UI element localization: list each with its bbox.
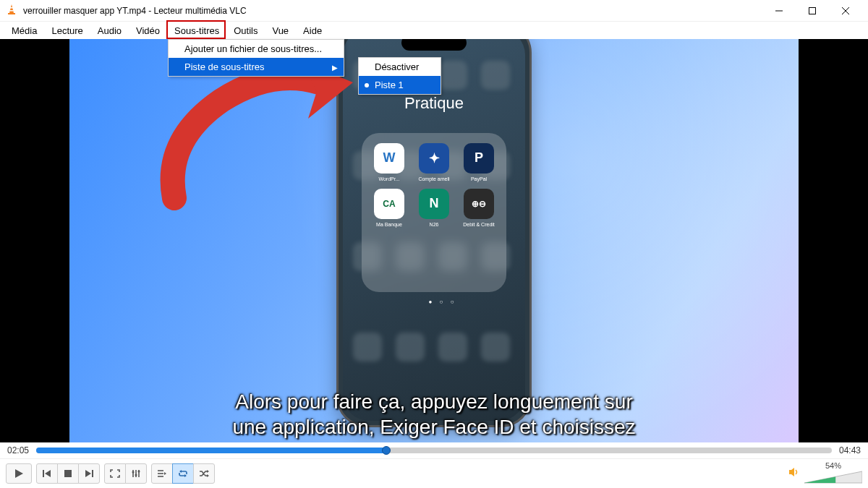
extended-settings-button[interactable] xyxy=(125,463,147,484)
menu-video[interactable]: Vidéo xyxy=(129,24,167,38)
menu-item[interactable]: Piste de sous-titres▶ xyxy=(169,58,344,76)
play-button[interactable] xyxy=(6,463,32,484)
speaker-icon[interactable] xyxy=(788,467,800,480)
maximize-button[interactable] xyxy=(796,0,829,22)
volume-slider[interactable] xyxy=(804,470,862,486)
svg-point-20 xyxy=(138,470,140,472)
menu-soustitres[interactable]: Sous-titres xyxy=(167,24,226,38)
next-button[interactable] xyxy=(78,463,100,484)
svg-marker-24 xyxy=(164,472,166,475)
svg-marker-26 xyxy=(184,474,187,477)
svg-marker-28 xyxy=(207,474,209,477)
red-arrow-annotation xyxy=(156,61,366,220)
app-folder: WWordPr...✦Compte ameliPPayPalCAMa Banqu… xyxy=(362,133,506,292)
playlist-button[interactable] xyxy=(151,463,173,484)
svg-marker-13 xyxy=(85,470,91,477)
fullscreen-button[interactable] xyxy=(104,463,126,484)
stop-button[interactable] xyxy=(57,463,79,484)
subtitle-track-submenu: DésactiverPiste 1 xyxy=(358,57,441,95)
volume-percent: 54% xyxy=(825,461,841,470)
menu-audio[interactable]: Audio xyxy=(90,24,129,38)
time-total: 04:43 xyxy=(839,445,861,455)
app-icon: NN26 xyxy=(415,189,453,227)
previous-button[interactable] xyxy=(36,463,58,484)
menu-item[interactable]: Désactiver xyxy=(359,58,441,76)
time-elapsed: 02:05 xyxy=(7,445,29,455)
titlebar: verrouiller masquer app YT.mp4 - Lecteur… xyxy=(0,0,868,22)
svg-rect-10 xyxy=(43,470,44,477)
menu-lecture[interactable]: Lecture xyxy=(44,24,90,38)
menu-vue[interactable]: Vue xyxy=(265,24,296,38)
svg-marker-9 xyxy=(15,469,23,478)
page-dots: ● ○ ○ xyxy=(370,299,515,305)
svg-marker-29 xyxy=(789,468,794,476)
menu-aide[interactable]: Aide xyxy=(296,24,329,38)
progress-track[interactable] xyxy=(36,445,832,456)
svg-rect-12 xyxy=(64,470,72,477)
loop-button[interactable] xyxy=(172,463,194,484)
video-area[interactable]: Pratique WWordPr...✦Compte ameliPPayPalC… xyxy=(0,39,868,442)
svg-rect-2 xyxy=(10,7,13,9)
app-icon: ⊕⊖Debit & Credit xyxy=(460,189,498,227)
app-icon: WWordPr... xyxy=(370,143,408,181)
control-bar: 54% xyxy=(0,458,868,487)
svg-point-19 xyxy=(135,474,137,476)
app-icon: ✦Compte ameli xyxy=(415,143,453,181)
shuffle-button[interactable] xyxy=(193,463,215,484)
svg-rect-3 xyxy=(10,10,14,12)
app-icon: PPayPal xyxy=(460,143,498,181)
vlc-cone-icon xyxy=(6,4,17,18)
svg-marker-25 xyxy=(179,470,182,473)
close-button[interactable] xyxy=(829,0,862,22)
svg-rect-5 xyxy=(809,7,816,14)
menu-media[interactable]: Média xyxy=(4,24,44,38)
window-title: verrouiller masquer app YT.mp4 - Lecteur… xyxy=(23,6,762,16)
app-icon: CAMa Banque xyxy=(370,189,408,227)
time-bar: 02:05 04:43 xyxy=(0,442,868,458)
svg-marker-0 xyxy=(9,4,14,13)
svg-marker-11 xyxy=(45,470,51,477)
svg-marker-27 xyxy=(207,470,209,473)
svg-rect-1 xyxy=(8,13,15,14)
folder-title: Pratique xyxy=(339,94,529,113)
menu-item[interactable]: Ajouter un fichier de sous-titres... xyxy=(169,40,344,58)
video-subtitle: Alors pour faire ça, appuyez longuement … xyxy=(69,389,799,440)
menubar: MédiaLectureAudioVidéoSous-titresOutilsV… xyxy=(0,22,868,39)
minimize-button[interactable] xyxy=(762,0,796,22)
video-frame: Pratique WWordPr...✦Compte ameliPPayPalC… xyxy=(69,39,799,442)
svg-rect-14 xyxy=(92,470,93,477)
subtitles-dropdown: Ajouter un fichier de sous-titres...Pist… xyxy=(168,39,344,77)
menu-outils[interactable]: Outils xyxy=(226,24,265,38)
svg-point-18 xyxy=(132,471,135,473)
menu-item[interactable]: Piste 1 xyxy=(359,76,441,94)
